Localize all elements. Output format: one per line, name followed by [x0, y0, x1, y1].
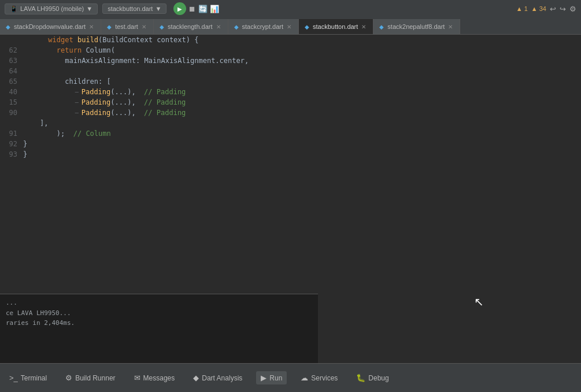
top-bar-right: ▲ 1 ▲ 34 ↩ ↪ ⚙ [516, 5, 576, 13]
debug-label: Debug [368, 374, 388, 382]
tab-close-3[interactable]: ✕ [216, 24, 221, 30]
tab-close-2[interactable]: ✕ [142, 24, 146, 30]
tab-debug[interactable]: 🐛 Debug [351, 371, 393, 384]
file-selector[interactable]: stackbutton.dart ▼ [102, 3, 166, 14]
tab-label-3: stacklength.dart [168, 23, 213, 30]
warning-count-1: ▲ 1 [516, 5, 528, 12]
tab-label: stackDropdownvalue.dart [14, 23, 86, 30]
console-line-2: ce LAVA LH9950... [6, 308, 312, 319]
tab-test[interactable]: ◆ test.dart ✕ [101, 19, 154, 34]
dart-icon-5: ◆ [305, 24, 309, 30]
tab-label-2: test.dart [115, 23, 138, 30]
dart-icon-2: ◆ [107, 24, 112, 30]
run-controls: ▶ ⏹ 🔄 📊 [173, 2, 219, 15]
build-runner-icon: ⚙ [65, 373, 72, 382]
console-output: ... ce LAVA LH9950... raries in 2,404ms. [0, 294, 318, 363]
dropdown-arrow: ▼ [86, 5, 92, 12]
tab-close-4[interactable]: ✕ [287, 24, 291, 30]
tab-build-runner[interactable]: ⚙ Build Runner [61, 371, 120, 384]
run-button[interactable]: ▶ [173, 2, 186, 15]
tab-close[interactable]: ✕ [89, 24, 94, 30]
ide-top-bar: 📱 LAVA LH9950 (mobile) ▼ stackbutton.dar… [0, 0, 581, 17]
tab-terminal[interactable]: >_ Terminal [5, 371, 51, 384]
file-dropdown-arrow: ▼ [155, 5, 161, 12]
tab-label-4: stackcrypt.dart [242, 23, 284, 30]
dart-icon: ◆ [6, 24, 10, 30]
tab-stackdropdown[interactable]: ◆ stackDropdownvalue.dart ✕ [0, 19, 101, 34]
code-line: 63 mainAxisAlignment: MainAxisAlignment.… [0, 56, 318, 66]
undo-icon[interactable]: ↩ [550, 5, 556, 13]
file-label: stackbutton.dart [108, 5, 153, 12]
tab-stacklength[interactable]: ◆ stacklength.dart ✕ [154, 19, 228, 34]
dart-icon-4: ◆ [234, 24, 239, 30]
reload-icon[interactable]: 🔄 [198, 5, 208, 13]
code-line: 91 ); // Column [0, 128, 318, 139]
tab-run[interactable]: ▶ Run [256, 371, 287, 384]
device-label: LAVA LH9950 (mobile) [20, 5, 84, 12]
run-label: Run [269, 374, 282, 382]
debug-icon: 🐛 [356, 373, 365, 382]
phone-icon: 📱 [10, 5, 18, 13]
phone-preview-area: DEBUG 5:29 PM 🔔 📶 📶 🔋 100% Flutter Demo … [320, 17, 505, 387]
code-line: 90 ─Padding(...), // Padding [0, 108, 318, 118]
run-tab-icon: ▶ [261, 373, 267, 382]
settings-icon[interactable]: ⚙ [569, 5, 576, 13]
console-line-1: ... [6, 298, 312, 308]
messages-label: Messages [143, 374, 175, 382]
device-selector[interactable]: 📱 LAVA LH9950 (mobile) ▼ [5, 3, 98, 14]
tab-messages[interactable]: ✉ Messages [129, 371, 180, 384]
redo-icon[interactable]: ↪ [560, 5, 566, 13]
tab-dart-analysis[interactable]: ◆ Dart Analysis [188, 371, 247, 384]
build-runner-label: Build Runner [75, 374, 115, 382]
tab-services[interactable]: ☁ Services [296, 371, 342, 384]
messages-icon: ✉ [134, 373, 140, 382]
tab-stackcrypt[interactable]: ◆ stackcrypt.dart ✕ [228, 19, 299, 34]
stop-icon[interactable]: ⏹ [188, 5, 196, 13]
services-icon: ☁ [301, 373, 308, 382]
coverage-icon[interactable]: 📊 [210, 5, 219, 13]
dart-analysis-label: Dart Analysis [202, 374, 242, 382]
services-label: Services [311, 374, 338, 382]
warning-count-2: ▲ 34 [531, 5, 546, 12]
terminal-icon: >_ [9, 373, 18, 382]
code-line: 93 } [0, 149, 318, 160]
terminal-label: Terminal [21, 374, 47, 382]
dart-analysis-icon: ◆ [193, 373, 199, 382]
dart-icon-3: ◆ [160, 24, 164, 30]
console-line-3: raries in 2,404ms. [6, 318, 312, 328]
bottom-bar: >_ Terminal ⚙ Build Runner ✉ Messages ◆ … [0, 363, 581, 392]
